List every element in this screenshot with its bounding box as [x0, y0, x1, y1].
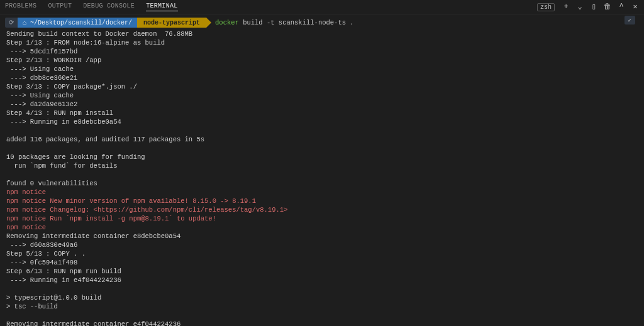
terminal-line: run `npm fund` for details — [6, 161, 638, 170]
terminal-line: npm notice New minor version of npm avai… — [6, 197, 638, 205]
terminal-line: ---> Using cache — [6, 65, 638, 73]
terminal-line: > tsc --build — [6, 302, 638, 311]
panel-tab-bar: PROBLEMS OUTPUT DEBUG CONSOLE TERMINAL z… — [0, 0, 644, 14]
command-executable: docker — [215, 19, 239, 26]
terminal-line: Removing intermediate container e4f04422… — [6, 320, 638, 326]
terminal-line: added 116 packages, and audited 117 pack… — [6, 135, 638, 144]
terminal-line: found 0 vulnerabilities — [6, 179, 638, 188]
tab-output[interactable]: OUTPUT — [48, 3, 72, 11]
shell-selector[interactable]: zsh — [537, 3, 555, 11]
kill-terminal-icon[interactable]: 🗑 — [604, 3, 611, 11]
terminal-line: Step 3/13 : COPY package*.json ./ — [6, 82, 638, 91]
terminal-line — [6, 311, 638, 320]
terminal-line: Step 1/13 : FROM node:16-alpine as build — [6, 38, 638, 47]
prompt-dir: node-typascript — [137, 18, 206, 28]
tab-debug-console[interactable]: DEBUG CONSOLE — [83, 3, 135, 11]
terminal-output[interactable]: Sending build context to Docker daemon 7… — [0, 28, 644, 326]
command-args: build -t scanskill-node-ts . — [239, 19, 354, 26]
terminal-line: ---> 0fc594a1f498 — [6, 258, 638, 267]
terminal-line — [6, 285, 638, 293]
tab-problems[interactable]: PROBLEMS — [5, 3, 36, 11]
terminal-line: npm notice Changelog: <https://github.co… — [6, 205, 638, 214]
terminal-line: Removing intermediate container e8debcbe… — [6, 232, 638, 241]
maximize-panel-icon[interactable]: ^ — [618, 3, 625, 11]
terminal-line: npm notice — [6, 188, 638, 197]
split-terminal-icon[interactable]: ▯ — [590, 3, 597, 11]
terminal-line: Step 2/13 : WORKDIR /app — [6, 56, 638, 65]
terminal-line: ---> 5dcd1f6157bd — [6, 47, 638, 56]
terminal-line: npm notice — [6, 223, 638, 232]
terminal-line: 10 packages are looking for funding — [6, 153, 638, 161]
close-panel-icon[interactable]: ✕ — [631, 3, 639, 11]
terminal-line: ---> Using cache — [6, 91, 638, 100]
terminal-line: npm notice Run `npm install -g npm@8.19.… — [6, 214, 638, 223]
terminal-line: Sending build context to Docker daemon 7… — [6, 30, 638, 38]
terminal-line: Step 4/13 : RUN npm install — [6, 109, 638, 117]
terminal-line: ---> dbb8ce360e21 — [6, 73, 638, 82]
terminal-line: ---> da2da9e613e2 — [6, 100, 638, 109]
prompt-path: ⌂ ~/Desktop/scanskill/docker/ — [18, 18, 137, 28]
command-input[interactable]: docker build -t scanskill-node-ts . — [215, 19, 354, 26]
terminal-line — [6, 170, 638, 179]
new-terminal-icon[interactable]: + — [562, 3, 570, 11]
terminal-line — [6, 126, 638, 135]
terminal-line: ---> Running in e4f044224236 — [6, 276, 638, 285]
terminal-line: Step 5/13 : COPY . . — [6, 249, 638, 258]
status-check-icon: ✓ — [625, 16, 635, 24]
terminal-line: ---> Running in e8debcbe0a54 — [6, 117, 638, 126]
prompt-line[interactable]: ⟳ ⌂ ~/Desktop/scanskill/docker/ node-typ… — [0, 17, 644, 28]
terminal-line: > typescript@1.0.0 build — [6, 293, 638, 302]
panel-tabs: PROBLEMS OUTPUT DEBUG CONSOLE TERMINAL — [5, 3, 537, 11]
terminal-line — [6, 144, 638, 153]
terminal-actions: zsh + ⌄ ▯ 🗑 ^ ✕ — [537, 3, 639, 11]
chevron-down-icon[interactable]: ⌄ — [576, 3, 584, 11]
prompt-status-icon: ⟳ — [5, 18, 18, 28]
tab-terminal[interactable]: TERMINAL — [146, 3, 177, 11]
terminal-line: ---> d60a830e49a6 — [6, 241, 638, 249]
terminal-line: Step 6/13 : RUN npm run build — [6, 267, 638, 276]
